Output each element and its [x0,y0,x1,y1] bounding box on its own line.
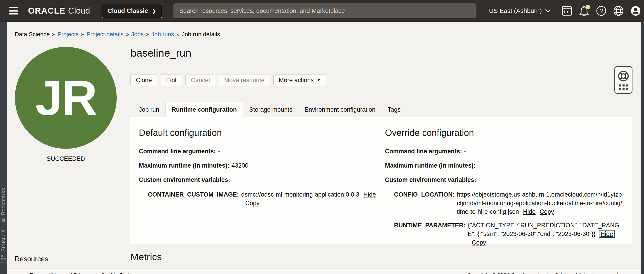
maximum-runtime-field: Maximum runtime (in minutes):43200 [139,162,378,169]
chevron-right-icon: ❯ [152,8,156,14]
copy-link[interactable]: Copy [540,208,554,215]
page-footer: Terms of Use and Privacy Cookie Preferen… [7,268,640,274]
caret-down-icon: ▼ [317,78,321,82]
move-resource-button-label: Move resource [224,77,264,84]
custom-env-variables-field: Custom environment variables: [139,176,378,184]
structure-icon [1,255,6,259]
left-collapsed-panel-rail: Bookmarks Structure [0,22,7,274]
resources-heading: Resources [15,255,48,263]
breadcrumb-separator: » [52,31,55,38]
field-label: Command line arguments: [139,148,216,155]
custom-env-variables-field: Custom environment variables: [385,176,624,184]
field-value: - [478,162,480,169]
global-search-bar[interactable] [174,4,476,18]
page-title: baseline_run [130,47,191,59]
breadcrumb-separator: » [126,31,129,38]
env-var-row-container-custom-image: CONTAINER_CUSTOM_IMAGE: dsmc://odsc-ml-m… [148,190,378,207]
bookmarks-rail-label: Bookmarks [0,188,6,215]
env-var-row-runtime-parameter: RUNTIME_PARAMETER: {"ACTION_TYPE":"RUN_P… [394,221,624,247]
command-line-arguments-field: Command line arguments:- [385,148,624,155]
edit-button-label: Edit [166,77,177,84]
cancel-button: Cancel [186,74,215,86]
default-configuration-section: Default configuration Command line argum… [139,128,378,252]
region-label: US East (Ashburn) [489,7,542,15]
env-var-value: {"ACTION_TYPE":"RUN_PREDICTION", "DATE_R… [468,221,624,247]
notification-badge [586,5,590,9]
env-var-name: CONFIG_LOCATION: [394,190,455,216]
breadcrumb-jobs[interactable]: Jobs [131,31,144,38]
rail-divider [0,262,7,263]
cookie-preferences-link[interactable]: Cookie Preferences [101,272,148,274]
tab-runtime-configuration[interactable]: Runtime configuration [165,102,243,117]
logo-cloud-text: Cloud [68,6,90,16]
structure-rail-tab[interactable]: Structure [0,230,7,259]
env-var-name: CONTAINER_CUSTOM_IMAGE: [148,190,239,207]
field-label: Custom environment variables: [385,176,476,183]
breadcrumb-project-details[interactable]: Project details [86,31,124,38]
override-configuration-heading: Override configuration [385,128,624,138]
env-var-value: https://objectstorage.us-ashburn-1.oracl… [457,190,624,216]
breadcrumb-projects[interactable]: Projects [58,31,79,38]
override-configuration-section: Override configuration Command line argu… [385,128,624,252]
breadcrumb-data-science: Data Science [15,31,50,38]
field-label: Maximum runtime (in minutes): [139,162,230,169]
env-var-value-text: https://objectstorage.us-ashburn-1.oracl… [457,191,622,215]
field-value: 43200 [232,162,248,169]
header-icon-group: ? [562,6,641,16]
field-value: - [218,148,220,155]
tab-job-run[interactable]: Job run [133,102,165,117]
copy-link[interactable]: Copy [472,239,486,246]
oracle-cloud-logo[interactable]: ORACLE Cloud [28,6,90,16]
hide-link[interactable]: Hide [523,208,536,215]
field-value: - [464,148,466,155]
help-icon[interactable]: ? [596,6,606,16]
notifications-bell-icon[interactable] [579,6,589,16]
bookmark-icon [1,218,6,223]
svg-text:?: ? [600,8,603,14]
breadcrumb: Data Science » Projects » Project detail… [15,31,220,38]
tab-environment-configuration[interactable]: Environment configuration [298,102,382,117]
edit-button[interactable]: Edit [161,74,182,86]
avatar-initials: JR [35,70,96,126]
breadcrumb-job-runs[interactable]: Job runs [152,31,174,38]
status-label: SUCCEEDED [15,155,117,162]
region-selector[interactable]: US East (Ashburn) [489,7,551,15]
user-avatar-icon[interactable] [630,6,641,16]
breadcrumb-separator: » [176,31,179,38]
bookmarks-rail-tab[interactable]: Bookmarks [0,188,7,223]
support-dock-widget[interactable] [614,66,632,94]
hide-link-focused[interactable]: Hide [600,230,613,237]
hamburger-menu-icon[interactable] [9,7,18,15]
tab-tags[interactable]: Tags [382,102,406,117]
language-globe-icon[interactable] [613,6,624,16]
more-actions-button[interactable]: More actions ▼ [274,74,326,86]
move-resource-button: Move resource [219,74,270,86]
lifebuoy-support-icon [618,70,629,82]
right-collapsed-panel-rail[interactable] [640,22,644,274]
tab-storage-mounts[interactable]: Storage mounts [243,102,298,117]
copy-link[interactable]: Copy [245,200,260,207]
cancel-button-label: Cancel [191,77,210,84]
command-line-arguments-field: Command line arguments:- [139,148,378,155]
terms-privacy-link[interactable]: Terms of Use and Privacy [30,272,91,274]
default-configuration-heading: Default configuration [139,128,378,138]
env-var-name: RUNTIME_PARAMETER: [394,221,466,247]
breadcrumb-separator: » [146,31,149,38]
hide-link[interactable]: Hide [364,191,376,198]
clone-button[interactable]: Clone [130,74,158,86]
cloud-classic-label: Cloud Classic [108,8,148,15]
env-var-value-text: dsmc://odsc-ml-monitoring-application:0.… [241,191,359,198]
copyright-text: Copyright © 2024 Oracle and/or its affil… [467,272,620,274]
maximum-runtime-field: Maximum runtime (in minutes):- [385,162,624,169]
runtime-configuration-panel: Default configuration Command line argum… [130,117,632,244]
cloud-classic-button[interactable]: Cloud Classic ❯ [102,4,162,18]
chevron-down-icon [545,9,551,13]
breadcrumb-job-run-details: Job run details [182,31,220,38]
clone-button-label: Clone [136,77,152,84]
env-var-value-text: {"ACTION_TYPE":"RUN_PREDICTION", "DATE_R… [468,222,619,237]
breadcrumb-separator: » [81,31,84,38]
cloud-shell-icon[interactable] [562,6,572,16]
search-input[interactable] [179,8,470,15]
action-button-row: Clone Edit Cancel Move resource More act… [130,74,326,86]
app-grid-dots-icon [619,84,628,90]
